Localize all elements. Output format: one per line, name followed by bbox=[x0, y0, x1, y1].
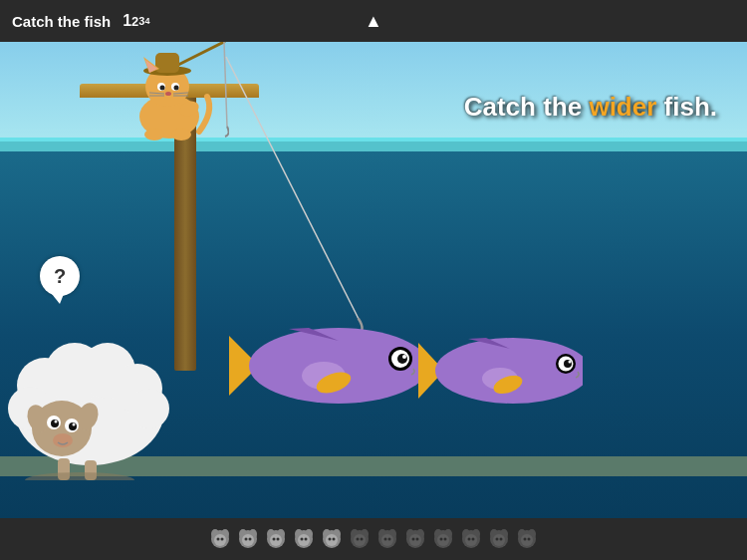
svg-rect-5 bbox=[155, 53, 179, 73]
svg-point-75 bbox=[273, 538, 276, 541]
svg-point-104 bbox=[409, 534, 421, 546]
svg-point-110 bbox=[437, 534, 449, 546]
life-icon-11 bbox=[489, 529, 509, 549]
cat-character bbox=[100, 42, 229, 146]
svg-point-8 bbox=[160, 86, 165, 91]
life-icon-3 bbox=[266, 529, 286, 549]
svg-point-9 bbox=[174, 86, 179, 91]
svg-point-106 bbox=[416, 538, 419, 541]
svg-point-86 bbox=[326, 534, 338, 546]
top-bar: Catch the fish 1234 ▲ bbox=[0, 0, 747, 42]
svg-point-88 bbox=[333, 538, 336, 541]
svg-point-93 bbox=[357, 538, 360, 541]
svg-point-130 bbox=[528, 538, 531, 541]
life-icon-8 bbox=[405, 529, 425, 549]
svg-point-76 bbox=[277, 538, 280, 541]
svg-point-92 bbox=[354, 534, 366, 546]
svg-point-87 bbox=[329, 538, 332, 541]
svg-point-28 bbox=[397, 354, 407, 364]
svg-point-117 bbox=[468, 538, 471, 541]
sheep-svg bbox=[0, 281, 179, 480]
life-icon-12 bbox=[517, 529, 537, 549]
instruction-text: Catch the wider fish. bbox=[464, 92, 717, 123]
svg-point-94 bbox=[361, 538, 364, 541]
svg-point-100 bbox=[388, 538, 391, 541]
question-bubble: ? bbox=[40, 256, 80, 296]
svg-point-74 bbox=[270, 534, 282, 546]
svg-point-10 bbox=[165, 92, 171, 96]
svg-point-70 bbox=[249, 538, 252, 541]
instruction-highlight: wider bbox=[589, 92, 656, 122]
svg-point-53 bbox=[55, 420, 58, 423]
fish-narrower-svg bbox=[418, 331, 583, 411]
svg-point-124 bbox=[500, 538, 503, 541]
instruction-prefix: Catch the bbox=[464, 92, 590, 122]
life-icon-5 bbox=[322, 529, 342, 549]
fish-narrower[interactable] bbox=[418, 331, 583, 411]
svg-point-58 bbox=[25, 472, 134, 480]
expand-arrow[interactable]: ▲ bbox=[365, 11, 382, 32]
svg-line-0 bbox=[174, 42, 224, 67]
title-text: Catch the fish bbox=[12, 13, 111, 30]
svg-point-18 bbox=[144, 129, 164, 140]
svg-point-118 bbox=[472, 538, 475, 541]
fish-wider[interactable] bbox=[229, 321, 418, 411]
svg-point-69 bbox=[245, 538, 248, 541]
svg-point-54 bbox=[73, 423, 76, 426]
svg-point-19 bbox=[171, 129, 191, 140]
life-icon-4 bbox=[294, 529, 314, 549]
svg-point-122 bbox=[493, 534, 505, 546]
instruction-suffix: fish. bbox=[656, 92, 717, 122]
bottom-bar bbox=[0, 518, 747, 560]
game-scene: Catch the wider fish. bbox=[0, 42, 747, 518]
svg-point-123 bbox=[496, 538, 499, 541]
svg-point-116 bbox=[465, 534, 477, 546]
svg-point-112 bbox=[444, 538, 447, 541]
svg-point-81 bbox=[301, 538, 304, 541]
svg-point-105 bbox=[412, 538, 415, 541]
life-icon-6 bbox=[350, 529, 370, 549]
svg-point-128 bbox=[521, 534, 533, 546]
svg-point-29 bbox=[402, 355, 406, 359]
fish-wider-svg bbox=[229, 321, 418, 411]
svg-line-1 bbox=[224, 42, 227, 127]
svg-point-63 bbox=[217, 538, 220, 541]
svg-point-98 bbox=[381, 534, 393, 546]
svg-point-129 bbox=[524, 538, 527, 541]
life-icon-9 bbox=[433, 529, 453, 549]
svg-point-55 bbox=[53, 433, 73, 447]
game-title: Catch the fish 1234 bbox=[12, 12, 149, 30]
svg-point-68 bbox=[242, 534, 254, 546]
svg-point-38 bbox=[569, 361, 572, 364]
level-numbers: 1234 bbox=[117, 12, 149, 30]
life-icon-2 bbox=[238, 529, 258, 549]
svg-point-64 bbox=[221, 538, 224, 541]
sheep-character bbox=[0, 281, 179, 480]
svg-point-111 bbox=[440, 538, 443, 541]
svg-point-45 bbox=[129, 389, 169, 428]
life-icon-1 bbox=[210, 529, 230, 549]
life-icon-7 bbox=[377, 529, 397, 549]
svg-point-80 bbox=[298, 534, 310, 546]
life-icon-10 bbox=[461, 529, 481, 549]
svg-point-62 bbox=[214, 534, 226, 546]
svg-point-99 bbox=[384, 538, 387, 541]
cat-svg bbox=[100, 42, 229, 146]
svg-point-82 bbox=[305, 538, 308, 541]
